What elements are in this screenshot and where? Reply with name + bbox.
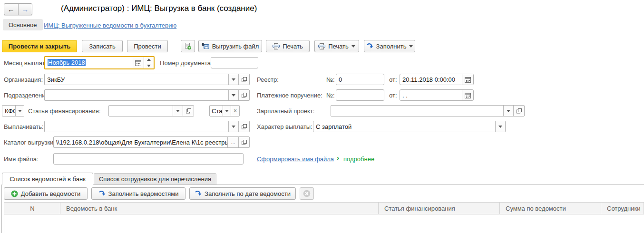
salary-project-input[interactable] (331, 106, 503, 116)
catalog-field[interactable]: \\192.168.0.218\общая\Для Бухгалтерии\Ел… (53, 136, 250, 148)
chevron-down-icon (225, 110, 229, 112)
printer-icon (273, 43, 280, 49)
print-menu-button[interactable]: Печать (314, 40, 359, 52)
calendar-icon (465, 92, 471, 98)
choose-form-icon (242, 124, 247, 129)
dropdown-button[interactable] (15, 106, 24, 116)
dropdown-button[interactable] (223, 106, 231, 116)
organization-field[interactable]: ЗикБУ (44, 74, 250, 85)
department-input[interactable] (45, 90, 228, 100)
pay-field[interactable] (44, 121, 250, 132)
generate-filename-link[interactable]: Сформировать имя файла (257, 155, 334, 163)
funding-article-field[interactable] (108, 105, 194, 116)
kfo-input[interactable]: КФО (2, 106, 15, 116)
post-and-close-button[interactable]: Провести и закрыть (2, 40, 77, 52)
spinner-up-icon[interactable] (144, 57, 154, 63)
filename-field[interactable] (53, 153, 244, 165)
registry-date-field[interactable]: 20.11.2018 0:00:00 (400, 74, 474, 85)
add-statements-button[interactable]: Добавить ведомости (4, 187, 88, 200)
funding-article-input[interactable] (109, 106, 173, 116)
history-nav: ← → (4, 3, 32, 15)
fill-menu-button[interactable]: Заполнить (364, 40, 415, 52)
organization-input[interactable]: ЗикБУ (45, 74, 228, 85)
exported-statements-link[interactable]: ИМЦ: Выгруженные ведомости в бухгалтерию (44, 22, 176, 29)
write-button[interactable]: Записать (82, 40, 123, 52)
document-movements-button[interactable] (181, 40, 195, 52)
tab-main[interactable]: Основное (3, 19, 43, 30)
choose-button[interactable] (513, 106, 524, 116)
kfo-field[interactable]: КФО (2, 105, 24, 116)
sta-field[interactable]: Ста... × (209, 105, 240, 116)
chevron-down-icon (232, 126, 235, 128)
registry-no-field[interactable]: 0 (336, 74, 384, 85)
pay-input[interactable] (45, 121, 228, 132)
print-label: Печать (283, 43, 303, 50)
column-header-statement[interactable]: Ведомость в банк (60, 202, 379, 214)
print-button[interactable]: Печать (266, 40, 310, 52)
calendar-button[interactable] (462, 74, 473, 85)
po-no-input[interactable] (336, 90, 384, 100)
dropdown-button[interactable] (228, 121, 238, 132)
chevron-down-icon (176, 110, 180, 112)
pay-nature-field[interactable]: С зарплатой (313, 121, 506, 132)
registry-date-input[interactable]: 20.11.2018 0:00:00 (400, 74, 462, 85)
dropdown-button[interactable] (228, 74, 238, 85)
clear-circle-icon (303, 190, 311, 197)
po-no-field[interactable] (336, 89, 384, 101)
export-file-label: Выгрузить файл (212, 43, 259, 50)
sta-input[interactable]: Ста... (210, 106, 223, 116)
po-date-field[interactable]: . . (400, 89, 474, 101)
catalog-label: Каталог выгрузки: (4, 139, 55, 146)
spinner-down-icon[interactable] (144, 63, 154, 69)
export-file-button[interactable]: Выгрузить файл (198, 40, 262, 52)
choose-button[interactable] (183, 106, 194, 116)
calendar-button[interactable] (462, 90, 473, 100)
calendar-button[interactable] (132, 57, 144, 68)
column-header-funding-article[interactable]: Статья финансирования (378, 202, 500, 214)
catalog-input[interactable]: \\192.168.0.218\общая\Для Бухгалтерии\Ел… (54, 137, 227, 147)
choose-button[interactable] (238, 121, 249, 132)
clear-button[interactable]: × (231, 106, 239, 116)
dropdown-button[interactable] (503, 106, 513, 116)
forward-icon[interactable]: → (18, 4, 32, 15)
column-header-amount[interactable]: Сумма по ведомости (499, 202, 601, 214)
po-date-input[interactable]: . . (400, 90, 462, 100)
department-label: Подразделение: (4, 92, 50, 99)
choose-button[interactable] (238, 74, 249, 85)
column-header-employees[interactable]: Сотрудники (601, 202, 644, 214)
month-field[interactable]: Ноябрь 2018 (44, 56, 155, 69)
choose-form-icon (242, 77, 247, 82)
tab-employees-list[interactable]: Список сотрудников для перечисления (94, 173, 216, 185)
choose-button[interactable] (238, 90, 249, 100)
details-link[interactable]: подробнее (343, 155, 374, 163)
browse-button[interactable]: ... (227, 137, 238, 147)
month-input[interactable]: Ноябрь 2018 (45, 57, 132, 68)
chevron-down-icon (507, 110, 510, 112)
printer-icon (318, 43, 325, 49)
doc-number-field[interactable] (211, 57, 258, 68)
registry-no-input[interactable]: 0 (336, 74, 384, 85)
doc-number-input[interactable] (211, 58, 258, 68)
fill-statements-button[interactable]: Заполнить ведомостями (91, 187, 185, 200)
filename-input[interactable] (54, 154, 243, 164)
calendar-icon (465, 77, 471, 83)
dropdown-button[interactable] (228, 90, 238, 100)
dropdown-button[interactable] (495, 121, 505, 132)
tab-statements-list[interactable]: Список ведомостей в банк (2, 173, 93, 185)
clear-x-icon: × (234, 107, 237, 114)
back-icon[interactable]: ← (4, 4, 18, 15)
column-header-number[interactable]: N (4, 202, 60, 214)
export-file-icon (202, 43, 209, 49)
month-value: Ноябрь 2018 (48, 59, 86, 66)
post-button[interactable]: Провести (127, 40, 168, 52)
registry-from-label: от: (389, 76, 397, 83)
add-statements-label: Добавить ведомости (21, 190, 80, 197)
department-field[interactable] (44, 89, 250, 101)
clear-table-button-disabled[interactable] (300, 187, 314, 200)
choose-button[interactable] (238, 137, 249, 147)
pay-nature-input[interactable]: С зарплатой (313, 121, 495, 132)
month-spinner[interactable] (144, 57, 154, 68)
salary-project-field[interactable] (331, 105, 525, 116)
dropdown-button[interactable] (173, 106, 183, 116)
fill-by-date-button[interactable]: Заполнить по дате ведомости (189, 187, 296, 200)
